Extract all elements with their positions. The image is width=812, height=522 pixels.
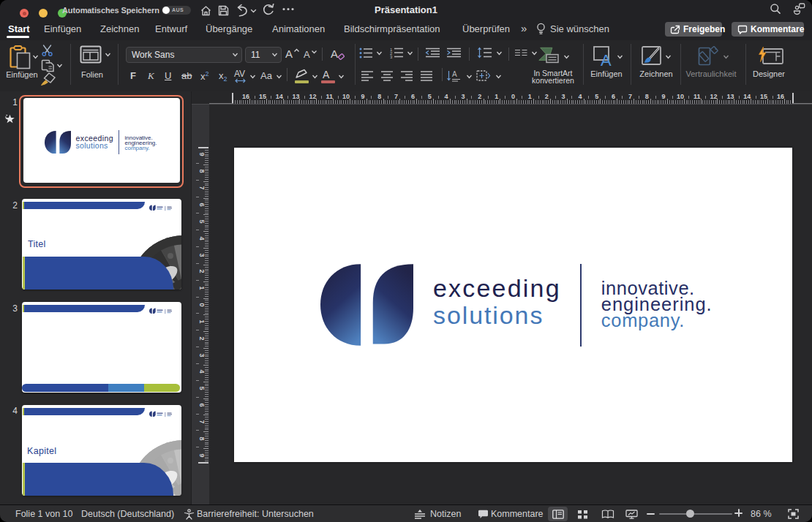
svg-text:3: 3 <box>390 55 393 58</box>
svg-text:A: A <box>452 70 457 78</box>
svg-text:A: A <box>601 51 612 67</box>
